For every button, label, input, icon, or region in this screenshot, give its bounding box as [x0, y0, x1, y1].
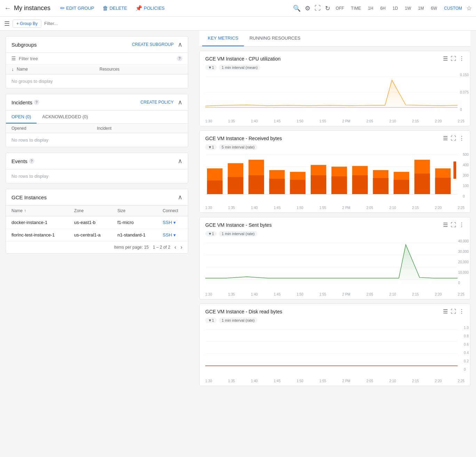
dr-x-axis: 1:301:35 1:401:45 1:501:55 2 PM2:05 2:10…	[200, 378, 470, 386]
next-page-button[interactable]: ›	[181, 244, 182, 250]
cpu-tag-filter[interactable]: ▼1	[205, 65, 217, 70]
delete-icon: 🗑	[103, 5, 108, 11]
disk-read-area: 1.0 0.8 0.6 0.4 0.2 0	[200, 326, 470, 378]
incidents-no-data: No rows to display	[6, 133, 188, 147]
left-panel: Subgroups CREATE SUBGROUP ∧ ☰ ? ↓ Name R…	[0, 31, 194, 457]
sent-bytes-tags: ▼1 1 min interval (rate)	[200, 230, 470, 239]
sb-tag-interval: 1 min interval (rate)	[219, 231, 257, 236]
sb-list-icon[interactable]: ☰	[443, 222, 448, 228]
delete-button[interactable]: 🗑 DELETE	[100, 4, 130, 13]
dr-tag-filter[interactable]: ▼1	[205, 318, 217, 323]
create-subgroup-link[interactable]: CREATE SUBGROUP	[132, 42, 174, 47]
prev-page-button[interactable]: ‹	[174, 244, 176, 250]
time-custom-button[interactable]: CUSTOM	[441, 5, 465, 12]
subgroups-card: Subgroups CREATE SUBGROUP ∧ ☰ ? ↓ Name R…	[6, 36, 188, 88]
time-1d-button[interactable]: 1D	[390, 5, 400, 12]
cpu-chart-area: 0.150 0.075 0	[200, 73, 470, 119]
gce-instances-card: GCE Instances ∧ Name ↑ Zone Size C	[6, 189, 188, 254]
settings-icon[interactable]: ⚙	[303, 3, 312, 14]
svg-rect-30	[435, 178, 451, 194]
sent-bytes-controls: ☰ ⛶ ⋮	[443, 222, 465, 228]
received-bytes-chart-card: GCE VM Instance - Received bytes ☰ ⛶ ⋮ ▼…	[199, 130, 470, 213]
refresh-icon[interactable]: ↻	[324, 3, 332, 14]
create-policy-link[interactable]: CREATE POLICY	[141, 100, 174, 105]
dr-tag-interval: 1 min interval (rate)	[219, 318, 257, 323]
instance-zone: us-central1-a	[69, 229, 112, 241]
cpu-chart-tags: ▼1 1 min interval (mean)	[200, 63, 470, 73]
gce-col-connect: Connect	[157, 206, 188, 216]
gce-col-zone: Zone	[69, 206, 112, 216]
pagination-row: Items per page: 15 1 – 2 of 2 ‹ ›	[6, 241, 188, 253]
received-bytes-svg	[205, 153, 465, 201]
gce-instances-collapse-icon[interactable]: ∧	[178, 193, 182, 201]
events-collapse-icon[interactable]: ∧	[178, 157, 182, 165]
sb-expand-icon[interactable]: ⛶	[451, 222, 456, 228]
rb-more-icon[interactable]: ⋮	[459, 135, 465, 142]
cpu-more-icon[interactable]: ⋮	[459, 55, 465, 62]
name-sort-icon[interactable]: ↑	[24, 208, 26, 213]
events-card: Events ? ∧ No rows to display	[6, 153, 188, 183]
svg-rect-8	[207, 181, 223, 194]
fullscreen-icon[interactable]: ⛶	[313, 3, 322, 13]
filter-tree-input[interactable]	[19, 56, 173, 61]
subgroups-table-header: ↓ Name Resources	[6, 64, 188, 74]
tab-running-resources[interactable]: RUNNING RESOURCES	[244, 31, 306, 46]
sent-bytes-title: GCE VM Instance - Sent bytes	[205, 222, 272, 228]
svg-rect-16	[290, 180, 306, 194]
edit-group-button[interactable]: ✏ EDIT GROUP	[57, 3, 97, 13]
incidents-header-right: CREATE POLICY ∧	[141, 98, 182, 106]
cpu-chart-controls: ☰ ⛶ ⋮	[443, 55, 465, 62]
subgroups-title: Subgroups	[11, 42, 37, 48]
tab-acknowledged[interactable]: ACKNOWLEDGED (0)	[37, 111, 93, 123]
policies-button[interactable]: 📌 POLICIES	[133, 3, 167, 13]
dr-list-icon[interactable]: ☰	[443, 308, 448, 315]
svg-rect-22	[352, 175, 368, 194]
tab-key-metrics[interactable]: KEY METRICS	[202, 31, 244, 46]
search-icon[interactable]: 🔍	[292, 3, 302, 14]
gce-instances-title: GCE Instances	[11, 194, 47, 200]
incidents-help-icon[interactable]: ?	[34, 99, 39, 105]
time-6h-button[interactable]: 6H	[378, 5, 388, 12]
time-label-button[interactable]: TIME	[348, 5, 364, 12]
group-by-button[interactable]: + Group By	[13, 19, 41, 28]
right-panel: KEY METRICS RUNNING RESOURCES GCE VM Ins…	[194, 31, 476, 457]
cpu-list-icon[interactable]: ☰	[443, 55, 448, 62]
menu-icon[interactable]: ☰	[4, 20, 10, 27]
cpu-chart-title: GCE VM Instance - CPU utilization	[205, 56, 280, 62]
svg-rect-18	[311, 175, 326, 194]
ssh-button[interactable]: SSH ▼	[163, 232, 177, 238]
time-1h-button[interactable]: 1H	[365, 5, 376, 12]
time-off-button[interactable]: OFF	[333, 5, 347, 12]
events-help-icon[interactable]: ?	[29, 158, 34, 164]
time-1m-button[interactable]: 1M	[415, 5, 427, 12]
sb-tag-filter[interactable]: ▼1	[205, 231, 217, 236]
dr-more-icon[interactable]: ⋮	[459, 308, 465, 315]
main-layout: Subgroups CREATE SUBGROUP ∧ ☰ ? ↓ Name R…	[0, 31, 476, 457]
incidents-card: Incidents ? CREATE POLICY ∧ OPEN (0) ACK…	[6, 94, 188, 147]
back-button[interactable]: ←	[4, 4, 11, 12]
dr-expand-icon[interactable]: ⛶	[451, 308, 456, 315]
disk-read-chart-card: GCE VM Instance - Disk read bytes ☰ ⛶ ⋮ …	[199, 304, 470, 386]
svg-rect-24	[373, 178, 389, 194]
cpu-expand-icon[interactable]: ⛶	[451, 56, 456, 62]
ssh-dropdown-icon[interactable]: ▼	[173, 221, 176, 225]
ssh-dropdown-icon[interactable]: ▼	[173, 233, 176, 237]
tab-open[interactable]: OPEN (0)	[6, 111, 37, 123]
subgroups-header: Subgroups CREATE SUBGROUP ∧	[6, 37, 188, 53]
ssh-button[interactable]: SSH ▼	[163, 220, 177, 225]
instance-size: n1-standard-1	[112, 229, 157, 241]
rb-expand-icon[interactable]: ⛶	[451, 135, 456, 142]
sb-more-icon[interactable]: ⋮	[459, 222, 465, 228]
time-1w-button[interactable]: 1W	[402, 5, 414, 12]
star-icon[interactable]: ☆	[466, 5, 472, 12]
sent-bytes-header: GCE VM Instance - Sent bytes ☰ ⛶ ⋮	[200, 217, 470, 230]
rb-tag-filter[interactable]: ▼1	[205, 144, 217, 150]
filter-input[interactable]	[44, 21, 103, 26]
incidents-title: Incidents	[11, 99, 32, 105]
incidents-collapse-icon[interactable]: ∧	[178, 98, 182, 106]
sort-arrow-icon[interactable]: ↓	[11, 66, 14, 72]
subgroups-collapse-icon[interactable]: ∧	[178, 41, 182, 48]
time-6w-button[interactable]: 6W	[428, 5, 440, 12]
help-icon[interactable]: ?	[177, 56, 182, 61]
rb-list-icon[interactable]: ☰	[443, 135, 448, 142]
